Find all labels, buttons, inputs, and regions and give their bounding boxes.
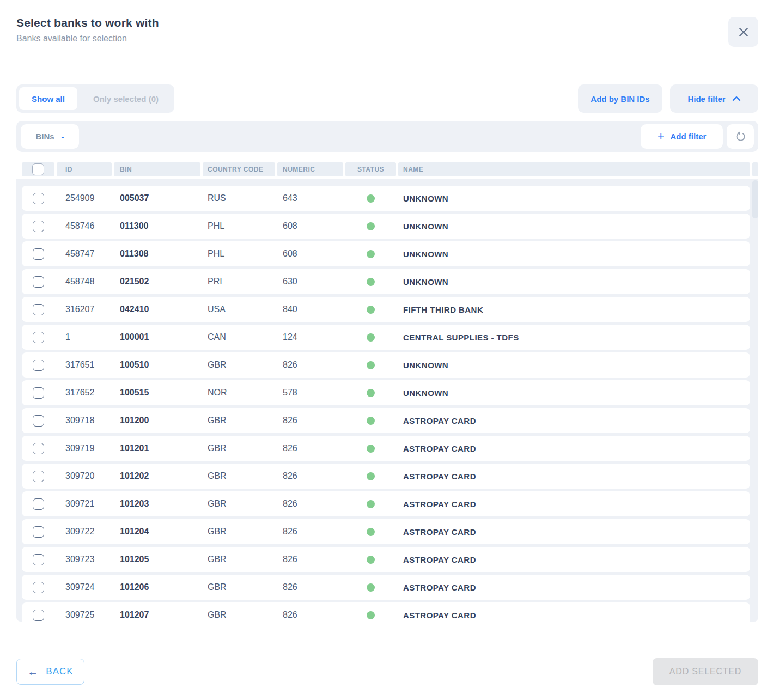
row-bin: 101200 — [114, 416, 200, 425]
plus-icon: + — [658, 130, 665, 142]
row-name: ASTROPAY CARD — [398, 527, 750, 537]
row-checkbox[interactable] — [33, 415, 44, 427]
toolbar: Add by BIN IDs Hide filter — [578, 84, 758, 113]
row-checkbox-cell — [22, 498, 54, 510]
row-checkbox[interactable] — [33, 443, 44, 454]
row-status-cell — [345, 278, 396, 286]
status-dot-active — [367, 333, 375, 342]
bins-chip-label: BINs — [35, 132, 54, 141]
table-row: 309725101207GBR826ASTROPAY CARD — [22, 602, 750, 622]
row-name: UNKNOWN — [398, 249, 750, 259]
column-header-bin: BIN — [114, 162, 200, 176]
row-country-code: PHL — [203, 249, 275, 259]
row-checkbox[interactable] — [33, 221, 44, 232]
row-country-code: GBR — [203, 555, 275, 564]
row-bin: 042410 — [114, 305, 200, 314]
status-dot-active — [367, 556, 375, 564]
row-checkbox[interactable] — [33, 276, 44, 288]
row-checkbox[interactable] — [33, 387, 44, 399]
status-dot-active — [367, 278, 375, 286]
row-numeric: 608 — [277, 221, 343, 231]
row-checkbox[interactable] — [33, 526, 44, 538]
table-row: 309722101204GBR826ASTROPAY CARD — [22, 519, 750, 544]
row-checkbox[interactable] — [33, 193, 44, 204]
row-checkbox[interactable] — [33, 248, 44, 260]
row-id: 309719 — [57, 443, 112, 453]
row-status-cell — [345, 389, 396, 397]
row-bin: 100001 — [114, 332, 200, 342]
row-checkbox-cell — [22, 360, 54, 371]
row-status-cell — [345, 611, 396, 619]
add-selected-button[interactable]: ADD SELECTED — [653, 658, 758, 685]
add-by-bin-ids-button[interactable]: Add by BIN IDs — [578, 84, 662, 113]
row-bin: 101206 — [114, 582, 200, 592]
row-checkbox-cell — [22, 471, 54, 482]
row-checkbox-cell — [22, 387, 54, 399]
row-numeric: 826 — [277, 443, 343, 453]
close-button[interactable] — [728, 17, 758, 47]
table-row: 1100001CAN124CENTRAL SUPPLIES - TDFS — [22, 325, 750, 350]
row-status-cell — [345, 500, 396, 508]
row-checkbox[interactable] — [33, 304, 44, 315]
status-dot-active — [367, 611, 375, 619]
table-row: 458748021502PRI630UNKNOWN — [22, 269, 750, 294]
row-checkbox-cell — [22, 193, 54, 204]
bins-filter-chip[interactable]: BINs - — [21, 124, 79, 149]
status-dot-active — [367, 445, 375, 453]
row-numeric: 608 — [277, 249, 343, 259]
hide-filter-label: Hide filter — [687, 94, 725, 104]
status-dot-active — [367, 583, 375, 592]
row-id: 309721 — [57, 499, 112, 509]
back-button[interactable]: ← BACK — [16, 659, 84, 685]
row-country-code: GBR — [203, 527, 275, 537]
status-dot-active — [367, 500, 375, 508]
refresh-icon — [734, 131, 746, 143]
reset-filter-button[interactable] — [727, 124, 754, 149]
banks-table-body: 254909005037RUS643UNKNOWN458746011300PHL… — [16, 179, 758, 622]
header-divider — [0, 66, 773, 66]
table-row: 317652100515NOR578UNKNOWN — [22, 380, 750, 405]
add-filter-button[interactable]: + Add filter — [641, 124, 723, 149]
scrollbar-thumb[interactable] — [752, 180, 758, 218]
table-row: 254909005037RUS643UNKNOWN — [22, 186, 750, 211]
row-checkbox-cell — [22, 248, 54, 260]
row-status-cell — [345, 583, 396, 592]
tab-only-selected[interactable]: Only selected (0) — [77, 87, 174, 110]
row-checkbox[interactable] — [33, 498, 44, 510]
row-name: FIFTH THIRD BANK — [398, 305, 750, 314]
row-checkbox-cell — [22, 582, 54, 593]
row-name: CENTRAL SUPPLIES - TDFS — [398, 333, 750, 342]
row-name: ASTROPAY CARD — [398, 416, 750, 425]
hide-filter-button[interactable]: Hide filter — [670, 84, 758, 113]
select-all-checkbox[interactable] — [32, 163, 44, 175]
row-bin: 021502 — [114, 277, 200, 287]
column-header-id: ID — [57, 162, 112, 176]
row-checkbox[interactable] — [33, 332, 44, 343]
chevron-up-icon — [732, 96, 741, 101]
row-checkbox[interactable] — [33, 582, 44, 593]
status-dot-active — [367, 417, 375, 425]
row-checkbox[interactable] — [33, 554, 44, 565]
row-checkbox-cell — [22, 415, 54, 427]
table-row: 309723101205GBR826ASTROPAY CARD — [22, 547, 750, 572]
row-country-code: CAN — [203, 332, 275, 342]
row-status-cell — [345, 528, 396, 536]
row-numeric: 826 — [277, 555, 343, 564]
tab-show-all[interactable]: Show all — [19, 87, 77, 110]
row-numeric: 826 — [277, 610, 343, 620]
page-title: Select banks to work with — [16, 16, 159, 29]
row-country-code: GBR — [203, 416, 275, 425]
row-checkbox-cell — [22, 276, 54, 288]
row-id: 1 — [57, 332, 112, 342]
filter-actions: + Add filter — [641, 124, 754, 149]
row-checkbox[interactable] — [33, 360, 44, 371]
row-country-code: GBR — [203, 471, 275, 481]
row-checkbox[interactable] — [33, 471, 44, 482]
column-header-name: NAME — [398, 162, 750, 176]
row-checkbox[interactable] — [33, 610, 44, 621]
row-country-code: GBR — [203, 443, 275, 453]
row-bin: 005037 — [114, 193, 200, 203]
table-row: 317651100510GBR826UNKNOWN — [22, 352, 750, 378]
table-scrollbar[interactable] — [752, 179, 758, 622]
row-country-code: PRI — [203, 277, 275, 287]
